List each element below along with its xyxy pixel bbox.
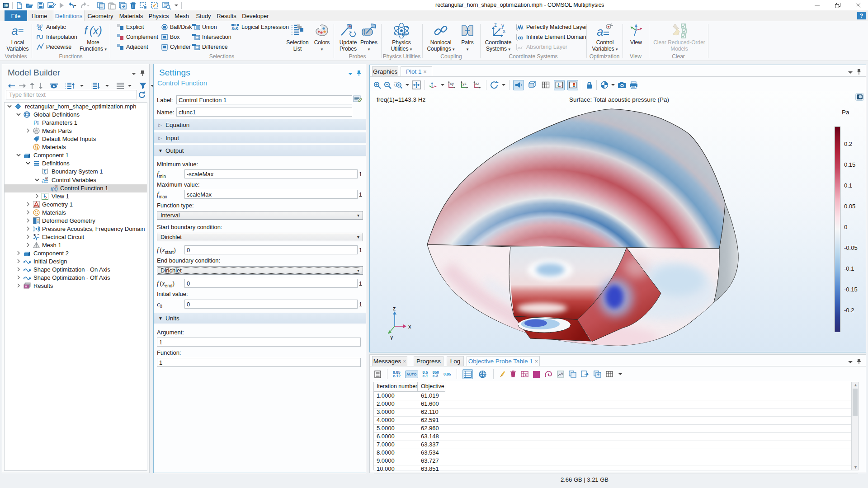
- svg-text:a=: a=: [401, 30, 408, 37]
- svg-text:z: z: [393, 305, 396, 312]
- svg-text:P: P: [33, 119, 38, 126]
- svg-text:&&: &&: [231, 26, 239, 31]
- svg-text:x: x: [408, 323, 411, 330]
- svg-text:a: a: [42, 177, 45, 183]
- svg-text:xz: xz: [475, 81, 480, 86]
- svg-text:a: a: [597, 25, 603, 38]
- svg-text:xy: xy: [450, 81, 454, 86]
- svg-text:z: z: [494, 23, 497, 28]
- svg-text:y: y: [390, 333, 393, 340]
- svg-text:x: x: [503, 28, 505, 34]
- svg-text:yz: yz: [462, 81, 467, 86]
